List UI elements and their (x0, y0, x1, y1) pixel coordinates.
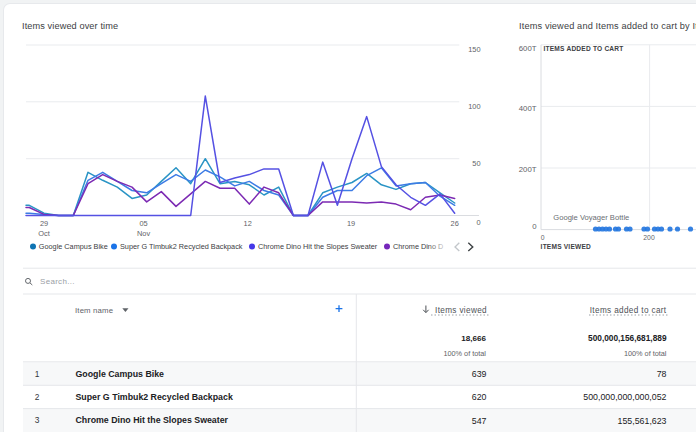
svg-text:Oct: Oct (38, 229, 50, 238)
svg-text:Google Voyager Bottle: Google Voyager Bottle (553, 213, 629, 222)
svg-text:Items added to cart: Items added to cart (590, 306, 667, 315)
svg-text:3: 3 (35, 415, 40, 425)
svg-text:155,561,623: 155,561,623 (618, 416, 667, 426)
svg-text:78: 78 (657, 369, 667, 379)
svg-text:Nov: Nov (137, 229, 150, 238)
svg-text:547: 547 (472, 416, 487, 426)
svg-text:100% of total: 100% of total (624, 349, 667, 358)
svg-text:500,000,156,681,889: 500,000,156,681,889 (588, 333, 667, 343)
svg-text:Google Campus Bike: Google Campus Bike (39, 242, 108, 251)
svg-text:Chrome Dino Hit the Slopes Swe: Chrome Dino Hit the Slopes Sweater (76, 415, 229, 425)
svg-text:Chrome Dino Hit the Slopes Swe: Chrome Dino Hit the Slopes Sweater (258, 242, 378, 251)
svg-text:200: 200 (643, 234, 655, 241)
svg-text:600T: 600T (519, 44, 537, 53)
svg-text:1: 1 (35, 369, 40, 379)
svg-text:ITEMS ADDED TO CART: ITEMS ADDED TO CART (544, 45, 624, 52)
svg-text:19: 19 (347, 219, 355, 228)
svg-text:0: 0 (532, 222, 537, 231)
svg-text:Items viewed: Items viewed (435, 306, 487, 315)
svg-text:2: 2 (35, 392, 40, 402)
svg-text:12: 12 (244, 219, 252, 228)
svg-text:639: 639 (472, 369, 487, 379)
svg-text:Super G Timbuk2 Recycled Backp: Super G Timbuk2 Recycled Backpack (120, 242, 243, 251)
svg-text:18,666: 18,666 (461, 334, 486, 343)
svg-text:500,000,000,000,052: 500,000,000,000,052 (583, 392, 666, 402)
svg-text:50: 50 (472, 159, 480, 168)
svg-text:100: 100 (468, 102, 480, 111)
svg-text:Item name: Item name (75, 306, 113, 315)
svg-text:Super G Timbuk2 Recycled Backp: Super G Timbuk2 Recycled Backpack (76, 392, 233, 402)
svg-text:620: 620 (472, 392, 487, 402)
svg-text:0: 0 (476, 218, 480, 227)
svg-text:ITEMS VIEWED: ITEMS VIEWED (541, 243, 591, 250)
svg-text:0: 0 (541, 234, 545, 241)
svg-text:400T: 400T (519, 104, 537, 113)
svg-text:29: 29 (40, 219, 48, 228)
svg-text:Google Campus Bike: Google Campus Bike (76, 369, 165, 379)
svg-text:150: 150 (468, 45, 480, 54)
svg-text:26: 26 (451, 219, 459, 228)
svg-text:Search...: Search... (40, 277, 75, 286)
svg-text:200T: 200T (519, 165, 537, 174)
svg-text:05: 05 (139, 219, 147, 228)
svg-text:100% of total: 100% of total (443, 349, 486, 358)
